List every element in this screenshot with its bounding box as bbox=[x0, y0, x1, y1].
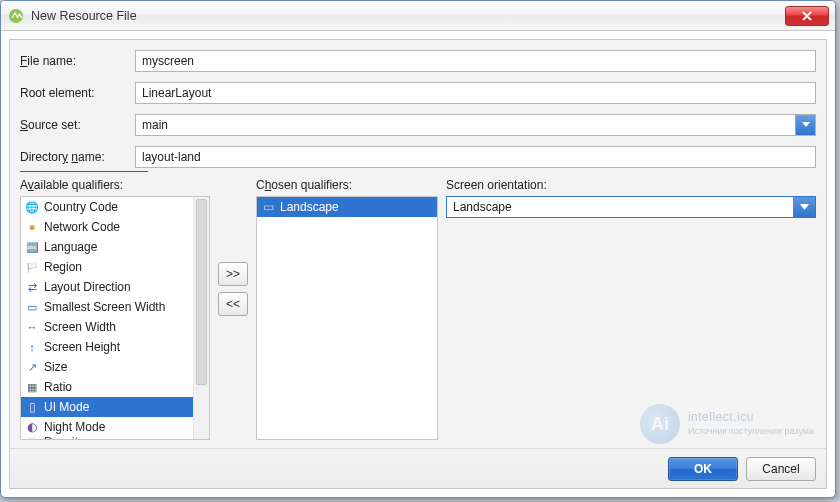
label-file-name: File name: bbox=[20, 54, 135, 68]
orientation-value: Landscape bbox=[447, 200, 793, 214]
available-listbox[interactable]: Country CodeNetwork CodeLanguageRegionLa… bbox=[20, 196, 210, 440]
list-item-label: Region bbox=[44, 260, 82, 274]
list-item-label: Smallest Screen Width bbox=[44, 300, 165, 314]
available-item-smallest-screen-width[interactable]: Smallest Screen Width bbox=[21, 297, 193, 317]
hei-icon bbox=[25, 340, 39, 354]
label-orientation: Screen orientation: bbox=[446, 178, 816, 196]
scroll-thumb[interactable] bbox=[196, 199, 207, 385]
close-button[interactable] bbox=[785, 6, 829, 26]
list-item-label: Ratio bbox=[44, 380, 72, 394]
label-directory-name: Directory name: bbox=[20, 150, 135, 164]
dialog-window: New Resource File File name: Root elemen… bbox=[0, 0, 836, 498]
row-file-name: File name: bbox=[20, 50, 816, 72]
window-title: New Resource File bbox=[31, 9, 785, 23]
available-column: Available qualifiers: Country CodeNetwor… bbox=[20, 178, 210, 440]
region-icon bbox=[25, 260, 39, 274]
lang-icon bbox=[25, 240, 39, 254]
night-icon bbox=[25, 420, 39, 434]
available-item-screen-height[interactable]: Screen Height bbox=[21, 337, 193, 357]
list-item-label: Layout Direction bbox=[44, 280, 131, 294]
globe-icon bbox=[25, 200, 39, 214]
ok-button[interactable]: OK bbox=[668, 457, 738, 481]
available-item-screen-width[interactable]: Screen Width bbox=[21, 317, 193, 337]
label-available: Available qualifiers: bbox=[20, 178, 210, 196]
available-item-ratio[interactable]: Ratio bbox=[21, 377, 193, 397]
orientation-combo[interactable]: Landscape bbox=[446, 196, 816, 218]
label-chosen: Chosen qualifiers: bbox=[256, 178, 438, 196]
available-item-region[interactable]: Region bbox=[21, 257, 193, 277]
root-element-input[interactable] bbox=[135, 82, 816, 104]
sw-icon bbox=[25, 300, 39, 314]
chevron-down-icon bbox=[793, 197, 815, 217]
row-source-set: Source set: main bbox=[20, 114, 816, 136]
available-item-layout-direction[interactable]: Layout Direction bbox=[21, 277, 193, 297]
label-root-element: Root element: bbox=[20, 86, 135, 100]
landscape-icon bbox=[261, 200, 275, 214]
available-item-density[interactable]: Density bbox=[21, 437, 193, 440]
list-item-label: Density bbox=[44, 437, 84, 440]
watermark-logo: Ai bbox=[640, 404, 680, 444]
scrollbar[interactable] bbox=[193, 197, 209, 439]
config-column: Screen orientation: Landscape bbox=[446, 178, 816, 440]
list-item-label: Night Mode bbox=[44, 420, 105, 434]
watermark-text: intellect.icu Источник поступления разум… bbox=[688, 410, 814, 438]
qualifiers-area: Available qualifiers: Country CodeNetwor… bbox=[20, 178, 816, 440]
available-item-ui-mode[interactable]: UI Mode bbox=[21, 397, 193, 417]
wid-icon bbox=[25, 320, 39, 334]
source-set-value: main bbox=[136, 118, 795, 132]
add-qualifier-button[interactable]: >> bbox=[218, 262, 248, 286]
dialog-content: File name: Root element: Source set: mai… bbox=[9, 39, 827, 489]
directory-name-input[interactable] bbox=[135, 146, 816, 168]
list-item-label: UI Mode bbox=[44, 400, 89, 414]
uimode-icon bbox=[25, 400, 39, 414]
list-item-label: Network Code bbox=[44, 220, 120, 234]
available-item-country-code[interactable]: Country Code bbox=[21, 197, 193, 217]
list-item-label: Language bbox=[44, 240, 97, 254]
watermark: Ai intellect.icu Источник поступления ра… bbox=[640, 404, 814, 444]
chosen-item-landscape[interactable]: Landscape bbox=[257, 197, 437, 217]
file-name-input[interactable] bbox=[135, 50, 816, 72]
remove-qualifier-button[interactable]: << bbox=[218, 292, 248, 316]
list-item-label: Screen Width bbox=[44, 320, 116, 334]
label-source-set: Source set: bbox=[20, 118, 135, 132]
row-root-element: Root element: bbox=[20, 82, 816, 104]
available-item-night-mode[interactable]: Night Mode bbox=[21, 417, 193, 437]
cancel-button[interactable]: Cancel bbox=[746, 457, 816, 481]
chosen-column: Chosen qualifiers: Landscape bbox=[256, 178, 438, 440]
titlebar: New Resource File bbox=[1, 1, 835, 31]
list-item-label: Screen Height bbox=[44, 340, 120, 354]
chevron-down-icon bbox=[795, 115, 815, 135]
list-item-label: Size bbox=[44, 360, 67, 374]
ldir-icon bbox=[25, 280, 39, 294]
list-item-label: Landscape bbox=[280, 200, 339, 214]
dialog-footer: OK Cancel bbox=[10, 448, 826, 488]
net-icon bbox=[25, 220, 39, 234]
available-item-language[interactable]: Language bbox=[21, 237, 193, 257]
highlight-underline bbox=[20, 171, 148, 172]
available-item-size[interactable]: Size bbox=[21, 357, 193, 377]
row-directory-name: Directory name: bbox=[20, 146, 816, 168]
source-set-combo[interactable]: main bbox=[135, 114, 816, 136]
available-item-network-code[interactable]: Network Code bbox=[21, 217, 193, 237]
transfer-buttons: >> << bbox=[218, 178, 248, 440]
ratio-icon bbox=[25, 380, 39, 394]
density-icon bbox=[25, 437, 39, 440]
close-icon bbox=[802, 11, 812, 21]
size-icon bbox=[25, 360, 39, 374]
app-icon bbox=[7, 7, 25, 25]
chosen-listbox[interactable]: Landscape bbox=[256, 196, 438, 440]
list-item-label: Country Code bbox=[44, 200, 118, 214]
